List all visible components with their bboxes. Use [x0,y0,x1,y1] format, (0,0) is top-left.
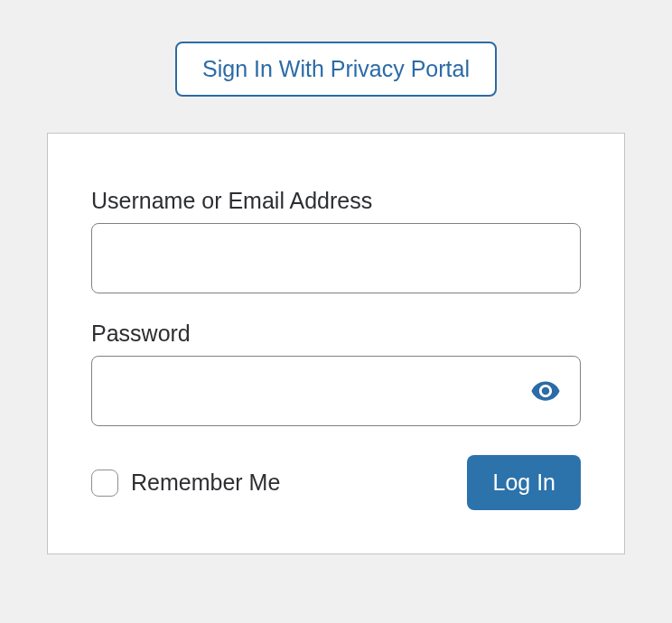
remember-me-label: Remember Me [131,470,280,496]
username-label: Username or Email Address [91,188,581,214]
password-label: Password [91,321,581,347]
form-bottom-row: Remember Me Log In [91,455,581,510]
password-input[interactable] [91,356,581,426]
eye-icon [530,376,561,406]
remember-me-checkbox[interactable] [91,470,118,497]
username-field-group: Username or Email Address [91,188,581,293]
toggle-password-visibility-button[interactable] [523,368,568,414]
username-input[interactable] [91,223,581,293]
sign-in-privacy-portal-button[interactable]: Sign In With Privacy Portal [175,42,497,97]
sso-container: Sign In With Privacy Portal [175,42,497,97]
login-form-card: Username or Email Address Password Remem… [47,133,625,554]
remember-me-group: Remember Me [91,470,280,497]
log-in-button[interactable]: Log In [467,455,581,510]
password-input-wrapper [91,356,581,426]
password-field-group: Password [91,321,581,426]
